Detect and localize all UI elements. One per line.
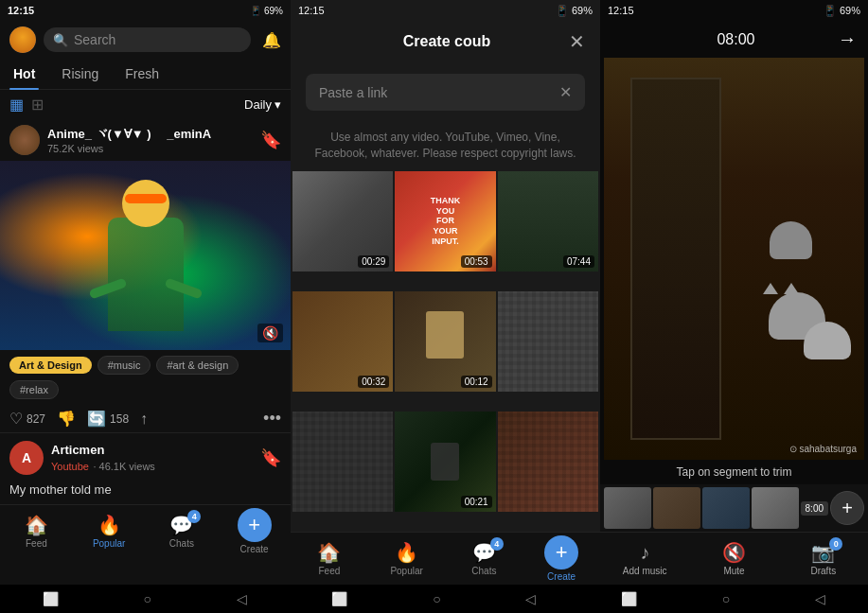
tag-primary[interactable]: Art & Design [9, 357, 92, 374]
mute-button[interactable]: 🔇 Mute [689, 541, 778, 576]
video-thumb-5[interactable]: 00:12 [395, 291, 495, 392]
center-nav-feed[interactable]: 🏠 Feed [291, 541, 368, 576]
video-duration: 08:00 [717, 31, 754, 48]
tags-row: Art & Design #music #art & design #relax [0, 350, 291, 405]
add-music-button[interactable]: ♪ Add music [600, 542, 689, 576]
drafts-button[interactable]: 📷 0 Drafts [779, 541, 868, 576]
film-frame-3[interactable] [702, 487, 750, 529]
back-button-3[interactable]: ◁ [815, 591, 825, 606]
post2-username: Articmen [51, 443, 253, 457]
drafts-badge: 0 [829, 537, 842, 551]
next-arrow-icon[interactable]: → [838, 28, 857, 50]
paste-link-area: Paste a link ✕ [291, 62, 600, 122]
video-thumb-2[interactable]: THANK YOUFORYOUR INPUT. 00:53 [395, 171, 495, 271]
post1-avatar[interactable] [9, 125, 40, 155]
film-frame-1[interactable] [604, 487, 651, 529]
center-battery-icon: 📱 [556, 5, 569, 17]
battery-pct: 69% [264, 6, 283, 16]
video-thumb-4[interactable]: 00:32 [292, 291, 393, 392]
thumb-bg-6 [498, 291, 598, 392]
paste-input[interactable]: Paste a link ✕ [306, 74, 585, 111]
bookmark-icon[interactable]: 🔖 [260, 130, 281, 150]
circle-button-3[interactable]: ○ [722, 591, 730, 606]
right-header: 08:00 → [600, 21, 868, 58]
circle-button-2[interactable]: ○ [433, 591, 440, 606]
search-input[interactable]: 🔍 Search [44, 27, 251, 52]
video-thumb-7[interactable] [292, 412, 393, 512]
back-button-2[interactable]: ◁ [525, 591, 536, 606]
search-placeholder: Search [74, 32, 115, 47]
actions-row: ♡ 827 👎 🔄 158 ↑ ••• [0, 405, 291, 432]
notification-icon[interactable]: 🔔 [262, 31, 281, 49]
close-icon[interactable]: ✕ [569, 30, 585, 53]
left-panel: 12:15 📱 69% 🔍 Search 🔔 Hot Rising Fresh [0, 0, 291, 585]
like-button[interactable]: ♡ 827 [9, 410, 45, 428]
square-button-2[interactable]: ⬜ [331, 591, 347, 606]
back-button[interactable]: ◁ [237, 591, 247, 606]
center-fire-icon: 🔥 [395, 541, 418, 564]
chevron-down-icon: ▾ [275, 97, 281, 112]
grid-view-icon[interactable]: ⊞ [31, 96, 44, 114]
paste-clear-icon[interactable]: ✕ [559, 83, 572, 101]
repost-button[interactable]: 🔄 158 [87, 410, 129, 428]
right-status-icons: 📱 69% [824, 5, 860, 17]
video-thumb-8[interactable]: 00:21 [395, 412, 495, 512]
tab-rising[interactable]: Rising [58, 59, 102, 89]
tag-music[interactable]: #music [97, 356, 151, 375]
tabs: Hot Rising Fresh [0, 59, 291, 90]
avatar[interactable] [9, 26, 36, 53]
nav-popular[interactable]: 🔥 Popular [73, 514, 146, 549]
left-bottom-nav: 🏠 Feed 🔥 Popular 💬 4 Chats + Create [0, 504, 291, 557]
post2-bookmark-icon[interactable]: 🔖 [260, 447, 281, 468]
circle-button[interactable]: ○ [144, 591, 151, 606]
video-bg [604, 58, 864, 460]
right-bottom-nav: ♪ Add music 🔇 Mute 📷 0 Drafts [600, 532, 868, 585]
post2-info: Articmen Youtube · 46.1K views [51, 443, 253, 474]
film-frame-2[interactable] [653, 487, 700, 529]
share-icon: ↑ [140, 411, 148, 428]
duration-1: 00:29 [358, 255, 389, 268]
tab-fresh[interactable]: Fresh [121, 59, 163, 89]
post2-avatar[interactable]: A [9, 441, 44, 475]
nav-feed[interactable]: 🏠 Feed [0, 514, 73, 549]
dislike-button[interactable]: 👎 [57, 410, 76, 428]
post1-views: 75.2K views [47, 143, 253, 154]
film-time-marker: 8:00 [801, 501, 828, 516]
video-thumb-6[interactable] [498, 291, 598, 392]
more-options-icon[interactable]: ••• [263, 409, 281, 429]
square-button-3[interactable]: ⬜ [621, 591, 637, 606]
video-thumb-3[interactable]: 07:44 [498, 171, 598, 271]
watermark-icon: ⊙ [789, 444, 797, 454]
view-icons: ▦ ⊞ [9, 96, 44, 114]
post1-thumbnail[interactable]: 🔇 [0, 161, 291, 350]
repost-count: 158 [110, 412, 129, 426]
center-nav-popular[interactable]: 🔥 Popular [368, 541, 446, 576]
tab-hot[interactable]: Hot [9, 59, 39, 89]
drafts-badge-wrap: 📷 0 [811, 541, 835, 564]
mute-label: Mute [723, 566, 744, 576]
daily-filter-button[interactable]: Daily ▾ [244, 97, 281, 112]
video-preview[interactable]: ⊙ sahabatsurga [604, 58, 864, 460]
center-status-bar: 12:15 📱 69% [291, 0, 600, 21]
share-button[interactable]: ↑ [140, 411, 148, 428]
center-nav-create[interactable]: + Create [523, 535, 600, 582]
view-controls: ▦ ⊞ Daily ▾ [0, 90, 291, 119]
film-add-button[interactable]: + [830, 491, 864, 525]
nav-chats[interactable]: 💬 4 Chats [146, 514, 219, 549]
center-create-button[interactable]: + [544, 535, 578, 569]
list-view-icon[interactable]: ▦ [9, 96, 24, 114]
post1-thumb-bg [0, 161, 291, 350]
volume-icon[interactable]: 🔇 [257, 324, 283, 342]
filmstrip: 8:00 + [600, 484, 868, 532]
center-nav-chats[interactable]: 💬 4 Chats [446, 541, 523, 576]
chats-badge: 4 [187, 510, 201, 523]
tag-relax[interactable]: #relax [9, 380, 59, 399]
nav-create[interactable]: + Create [218, 508, 291, 554]
video-thumb-1[interactable]: 00:29 [292, 171, 393, 271]
tag-artdesign[interactable]: #art & design [156, 356, 239, 375]
film-frame-4[interactable] [752, 487, 799, 529]
square-button[interactable]: ⬜ [43, 591, 59, 606]
create-button[interactable]: + [238, 508, 272, 542]
video-thumb-9[interactable] [498, 412, 598, 512]
right-battery-icon: 📱 [824, 5, 837, 17]
